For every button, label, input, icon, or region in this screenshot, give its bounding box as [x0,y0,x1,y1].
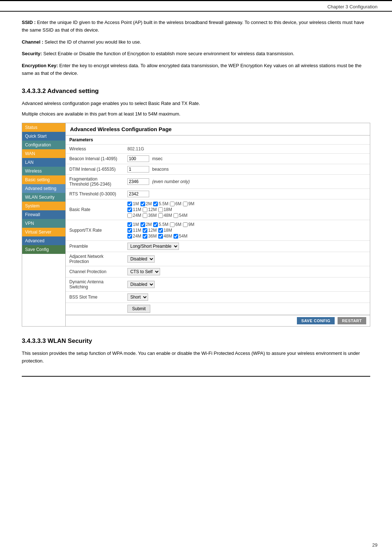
table-row: Basic Rate 1M 2M 5.5M 6M 9M [66,199,370,220]
row-label: Wireless [66,145,124,154]
sidebar-item-vpn[interactable]: VPN [22,219,65,228]
tx-rate-12m[interactable]: 12M [143,228,156,233]
tx-rate-6m-checkbox[interactable] [170,222,175,227]
fragmentation-threshold-input[interactable] [127,178,149,185]
basic-rate-9m[interactable]: 9M [183,201,195,206]
basic-rate-6m-checkbox[interactable] [170,202,175,206]
tx-rate-5-5m-checkbox[interactable] [153,222,158,227]
sidebar-item-wireless[interactable]: Wireless [22,167,65,175]
sidebar-item-firewall[interactable]: Firewall [22,210,65,219]
sidebar-item-save-config[interactable]: Save Config [22,245,65,254]
row-value: msec [124,154,370,164]
basic-rate-11m-checkbox[interactable] [127,207,132,212]
preamble-select[interactable]: Long/Short Preamble Long Preamble Short … [127,243,179,250]
basic-rate-12m-checkbox[interactable] [143,207,147,212]
sidebar-item-wan[interactable]: WAN [22,149,65,158]
sidebar-item-virtual-server[interactable]: Virtual Server [22,228,65,236]
tx-rate-24m[interactable]: 24M [127,234,141,239]
save-config-button[interactable]: SAVE CONFIG [297,317,335,324]
basic-rate-48m-checkbox[interactable] [158,213,163,218]
basic-rate-5-5m-checkbox[interactable] [153,202,158,206]
params-header: Parameters [66,135,370,145]
tx-rate-18m[interactable]: 18M [158,228,172,233]
tx-rate-36m-checkbox[interactable] [143,234,147,239]
channel-protection-select[interactable]: CTS to Self Disabled RTS/CTS [127,268,160,275]
tx-rate-18m-checkbox[interactable] [158,228,163,233]
basic-rate-24m-checkbox[interactable] [127,213,132,218]
sidebar-item-advanced[interactable]: Advanced [22,236,65,245]
tx-rate-9m[interactable]: 9M [183,222,195,227]
sidebar-item-quickstart[interactable]: Quick Start [22,132,65,141]
adjacent-network-select[interactable]: Disabled Enabled [127,255,155,263]
basic-rate-6m[interactable]: 6M [170,201,181,206]
basic-rate-18m-checkbox[interactable] [158,207,163,212]
table-row: Submit [66,303,370,315]
tx-rate-1m[interactable]: 1M [127,222,139,227]
basic-rate-48m[interactable]: 48M [158,213,172,218]
row-value: 1M 2M 5.5M 6M 9M 11M 12M 18M [124,199,370,220]
basic-rate-9m-checkbox[interactable] [183,202,188,206]
basic-rate-row3: 24M 36M 48M 54M [127,213,366,218]
sidebar-item-system[interactable]: System [22,202,65,210]
row-value: 802.11G [124,145,370,154]
row-label: BSS Slot Time [66,292,124,303]
tx-rate-24m-checkbox[interactable] [127,234,132,239]
sidebar-item-configuration[interactable]: Configuration [22,141,65,149]
dynamic-antenna-select[interactable]: Disabled Enabled [127,281,155,288]
table-row: BSS Slot Time Short Long [66,292,370,303]
basic-rate-11m[interactable]: 11M [127,207,141,212]
basic-rate-36m[interactable]: 36M [143,213,156,218]
row-value: Long/Short Preamble Long Preamble Short … [124,241,370,252]
basic-rate-1m[interactable]: 1M [127,201,139,206]
table-row: FragmentationThreshold (256-2346) (even … [66,175,370,189]
tx-rate-48m-checkbox[interactable] [158,234,163,239]
sidebar-item-advanced-setting[interactable]: Advaned setting [22,184,65,193]
sidebar-item-wlan-security[interactable]: WLAN Security [22,193,65,202]
channel-text: Select the ID of channel you would like … [45,39,141,45]
basic-rate-12m[interactable]: 12M [143,207,156,212]
tx-rate-11m[interactable]: 11M [127,228,141,233]
basic-rate-2m-checkbox[interactable] [140,202,145,206]
fragmentation-unit: (even number only) [152,179,189,184]
tx-rate-54m-checkbox[interactable] [173,234,178,239]
intro-section: SSID : Enter the unique ID given to the … [22,19,370,77]
submit-button[interactable]: Submit [127,305,150,313]
basic-rate-5-5m[interactable]: 5.5M [153,201,168,206]
tx-rate-48m[interactable]: 48M [158,234,172,239]
row-value: CTS to Self Disabled RTS/CTS [124,266,370,278]
basic-rate-row1: 1M 2M 5.5M 6M 9M [127,201,366,206]
beacon-interval-input[interactable] [127,155,149,162]
config-table: Wireless 802.11G Beacon Interval (1-4095… [66,145,370,315]
basic-rate-54m[interactable]: 54M [173,213,187,218]
encryption-label: Encryption Key: [22,63,58,68]
wlan-section: 3.4.3.3.3 WLAN Security This session pro… [22,337,370,365]
sidebar-item-status[interactable]: Status [22,123,65,132]
basic-rate-2m[interactable]: 2M [140,201,152,206]
basic-rate-18m[interactable]: 18M [158,207,172,212]
tx-rate-5-5m[interactable]: 5.5M [153,222,168,227]
basic-rate-1m-checkbox[interactable] [127,202,132,206]
sidebar-item-basic-setting[interactable]: Basic setting [22,175,65,184]
row-value: Submit [124,303,370,315]
basic-rate-24m[interactable]: 24M [127,213,141,218]
rts-threshold-input[interactable] [127,191,149,197]
restart-button[interactable]: RESTART [338,317,366,324]
panel-title: Advanced Wireless Configuration Page [66,123,370,135]
advanced-section: 3.4.3.3.2 Advanced setting Advanced wire… [22,88,370,365]
tx-rate-1m-checkbox[interactable] [127,222,132,227]
tx-rate-9m-checkbox[interactable] [183,222,188,227]
advanced-desc1: Advanced wireless configuration page ena… [22,100,370,108]
channel-para: Channel : Select the ID of channel you w… [22,39,370,46]
tx-rate-54m[interactable]: 54M [173,234,187,239]
basic-rate-36m-checkbox[interactable] [143,213,147,218]
tx-rate-6m[interactable]: 6M [170,222,181,227]
sidebar-item-lan[interactable]: LAN [22,158,65,167]
dtim-interval-input[interactable] [127,166,149,173]
tx-rate-2m-checkbox[interactable] [140,222,145,227]
bss-slot-time-select[interactable]: Short Long [127,293,148,301]
basic-rate-54m-checkbox[interactable] [173,213,178,218]
tx-rate-11m-checkbox[interactable] [127,228,132,233]
tx-rate-2m[interactable]: 2M [140,222,152,227]
tx-rate-12m-checkbox[interactable] [143,228,147,233]
tx-rate-36m[interactable]: 36M [143,234,156,239]
